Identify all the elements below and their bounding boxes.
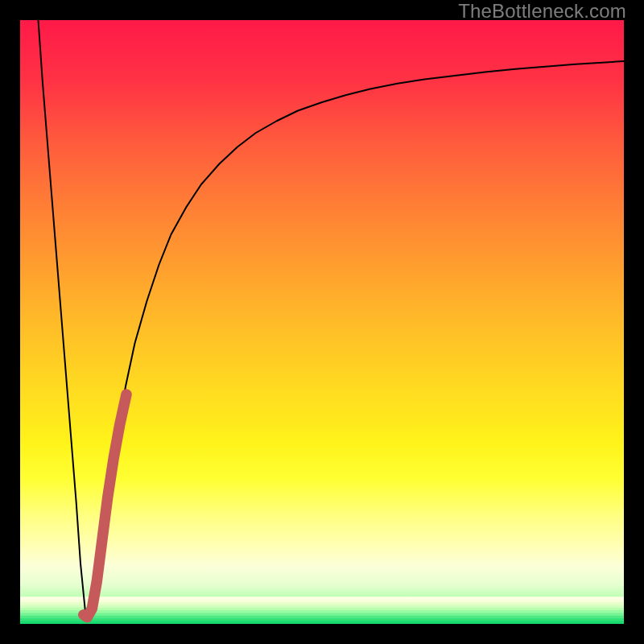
green-band bbox=[20, 597, 624, 624]
watermark-text: TheBottleneck.com bbox=[458, 0, 626, 23]
chart-background bbox=[20, 20, 624, 624]
svg-rect-9 bbox=[20, 621, 624, 624]
chart-frame: TheBottleneck.com bbox=[0, 0, 644, 644]
plot-area bbox=[20, 20, 624, 624]
chart-svg bbox=[20, 20, 624, 624]
